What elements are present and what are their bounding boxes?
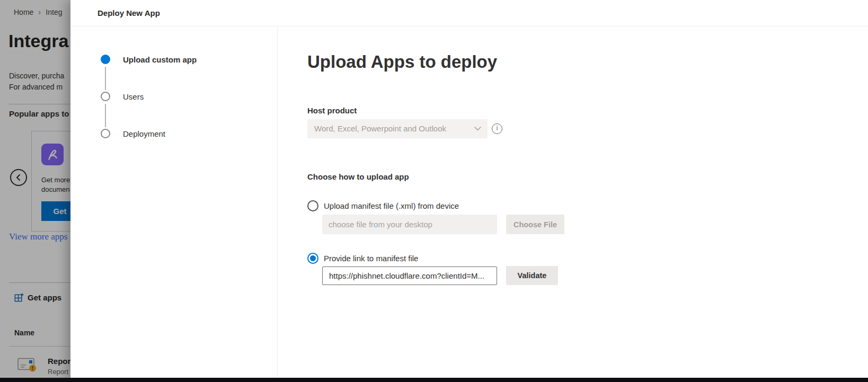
step-label: Users [123,92,144,101]
step-deployment[interactable]: Deployment [101,129,165,138]
step-upcoming-icon [101,92,110,101]
screen: Home › Integ Integra Discover, purcha Fo… [0,0,868,382]
divider [277,26,278,382]
validate-button[interactable]: Validate [506,266,558,285]
radio-label: Provide link to manifest file [324,254,418,263]
step-label: Upload custom app [123,55,197,64]
choose-upload-label: Choose how to upload app [307,172,409,181]
info-icon[interactable]: i [492,123,502,134]
radio-label: Upload manifest file (.xml) from device [324,201,459,210]
step-upload-custom-app[interactable]: Upload custom app [101,55,197,64]
host-product-select[interactable]: Word, Excel, Powerpoint and Outlook [307,119,488,138]
deploy-new-app-panel: Deploy New App Upload custom app Users D… [70,0,868,382]
manifest-file-input[interactable] [322,215,497,234]
step-users[interactable]: Users [101,92,144,101]
panel-content: Upload Apps to deploy Host product Word,… [307,0,784,382]
radio-upload-from-device[interactable]: Upload manifest file (.xml) from device [307,200,459,211]
step-upcoming-icon [101,129,110,138]
host-product-label: Host product [307,106,357,115]
choose-file-button[interactable]: Choose File [506,215,564,234]
step-connector [105,67,106,90]
manifest-url-input[interactable] [322,266,497,285]
window-bottom-edge [0,378,868,382]
panel-title: Deploy New App [98,0,160,26]
host-product-selected-value: Word, Excel, Powerpoint and Outlook [314,119,446,138]
radio-selected-icon [307,253,318,264]
step-connector [105,104,106,127]
step-active-icon [101,55,110,64]
step-label: Deployment [123,129,165,138]
content-heading: Upload Apps to deploy [307,52,497,72]
chevron-down-icon [474,127,481,131]
radio-unselected-icon [307,200,318,211]
radio-provide-link[interactable]: Provide link to manifest file [307,253,418,264]
